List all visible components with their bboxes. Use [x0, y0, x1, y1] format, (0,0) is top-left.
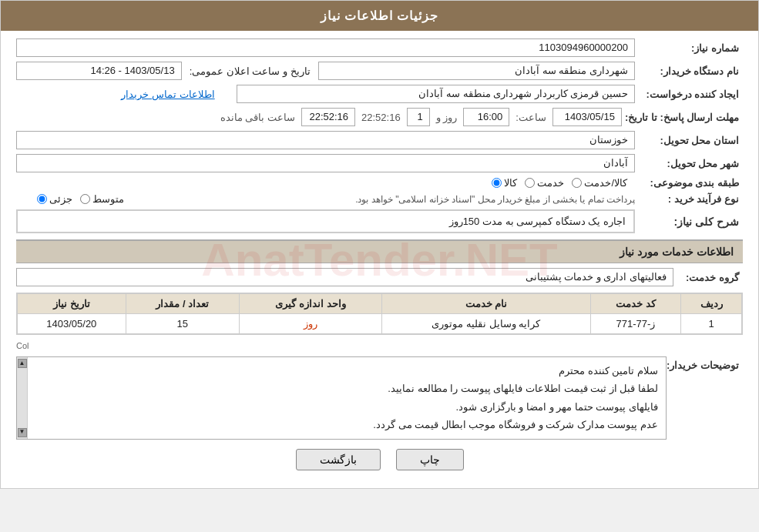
radio-motavaset-label: متوسط	[92, 193, 124, 205]
table-header-row: ردیف کد خدمت نام خدمت واحد اندازه گیری ت…	[18, 294, 742, 314]
radio-jozvi-label: جزئی	[49, 193, 72, 205]
city-value: آبادان	[16, 154, 635, 172]
services-table: ردیف کد خدمت نام خدمت واحد اندازه گیری ت…	[17, 293, 742, 334]
datetime-value: 1403/05/13 - 14:26	[16, 62, 182, 80]
need-number-label: شماره نیاز:	[635, 42, 743, 54]
service-group-label: گروه خدمت:	[673, 272, 743, 283]
proc-type-label: نوع فرآیند خرید :	[635, 193, 743, 205]
col-header-service-code: کد خدمت	[590, 294, 681, 314]
deadline-day-label: روز و	[433, 112, 461, 123]
cell-qty: 15	[126, 314, 239, 334]
creator-value: حسین قرمزی کاربردار شهرداری منطقه سه آبا…	[237, 85, 635, 103]
cell-service-code: ز-77-771	[590, 314, 681, 334]
need-number-row: شماره نیاز: 1103094960000200	[16, 38, 743, 57]
need-desc-value: اجاره یک دستگاه کمپرسی به مدت 150روز	[16, 209, 635, 233]
deadline-remaining: 1	[407, 108, 430, 126]
scroll-down-btn[interactable]: ▼	[18, 428, 27, 437]
cell-date: 1403/05/20	[18, 314, 126, 334]
col-header-service-name: نام خدمت	[382, 294, 590, 314]
datetime-buyer-row: نام دستگاه خریدار: شهرداری منطقه سه آباد…	[16, 62, 743, 80]
contact-link[interactable]: اطلاعات تماس خریدار	[121, 89, 214, 100]
radio-kala[interactable]	[492, 178, 502, 188]
services-section-header: اطلاعات خدمات مورد نیاز	[16, 239, 743, 263]
note-line: سلام تامین کننده محترم	[39, 362, 658, 380]
radio-jozvi[interactable]	[37, 194, 47, 204]
col-header-date: تاریخ نیاز	[18, 294, 126, 314]
proc-type-row: نوع فرآیند خرید : پرداخت تمام یا بخشی از…	[16, 193, 743, 205]
province-label: استان محل تحویل:	[635, 135, 743, 146]
deadline-remaining-label: ساعت باقی مانده	[217, 112, 298, 123]
category-label: طبقه بندی موضوعی:	[635, 177, 743, 189]
buyer-notes-label: توضیحات خریدار:	[667, 356, 743, 371]
need-desc-row: شرح کلی نیاز: اجاره یک دستگاه کمپرسی به …	[16, 209, 743, 233]
buyer-notes-box: ▲ ▼ سلام تامین کننده محترملطفا قبل از ثب…	[16, 356, 667, 440]
service-group-value: فعالیتهای اداری و خدمات پشتیبانی	[16, 268, 673, 286]
radio-khedmat-label: خدمت	[537, 177, 564, 189]
buyer-notes-content: سلام تامین کننده محترملطفا قبل از ثبت قی…	[25, 362, 658, 434]
scroll-bar: ▲ ▼	[17, 357, 28, 439]
buyer-notes-section: توضیحات خریدار: ▲ ▼ سلام تامین کننده محت…	[16, 356, 743, 440]
services-section-title: اطلاعات خدمات مورد نیاز	[620, 246, 734, 258]
col-label: Col	[16, 341, 29, 350]
category-radio-group: کالا/خدمت خدمت کالا	[16, 177, 635, 189]
city-row: شهر محل تحویل: آبادان	[16, 154, 743, 172]
scroll-up-btn[interactable]: ▲	[18, 359, 27, 368]
province-value: خوزستان	[16, 131, 635, 149]
need-desc-label: شرح کلی نیاز:	[635, 216, 743, 228]
deadline-row: مهلت ارسال پاسخ: تا تاریخ: 1403/05/15 سا…	[16, 108, 743, 126]
radio-motavaset-item: متوسط	[80, 193, 124, 205]
radio-kala-label: کالا	[504, 177, 517, 189]
print-button[interactable]: چاپ	[396, 449, 464, 470]
city-label: شهر محل تحویل:	[635, 158, 743, 169]
col-header-qty: تعداد / مقدار	[126, 294, 239, 314]
buyer-org-label: نام دستگاه خریدار:	[635, 65, 743, 77]
deadline-remaining-time: 22:52:16	[358, 112, 404, 123]
deadline-time-label: ساعت:	[512, 112, 549, 123]
datetime-label: تاریخ و ساعت اعلان عمومی:	[182, 65, 318, 77]
col-header-unit: واحد اندازه گیری	[239, 294, 381, 314]
province-row: استان محل تحویل: خوزستان	[16, 131, 743, 149]
radio-kala-item: کالا	[492, 177, 517, 189]
service-group-row: گروه خدمت: فعالیتهای اداری و خدمات پشتیب…	[16, 268, 743, 286]
radio-motavaset[interactable]	[80, 194, 90, 204]
cell-service-name: کرایه وسایل نقلیه موتوری	[382, 314, 590, 334]
radio-jozvi-item: جزئی	[37, 193, 72, 205]
proc-note: پرداخت تمام یا بخشی از مبلغ خریدار محل "…	[139, 194, 635, 205]
col-indicator: Col	[16, 341, 743, 350]
table-row: 1 ز-77-771 کرایه وسایل نقلیه موتوری روز …	[18, 314, 742, 334]
creator-row: ایجاد کننده درخواست: حسین قرمزی کاربردار…	[16, 85, 743, 103]
deadline-time: 16:00	[463, 108, 509, 126]
deadline-date: 1403/05/15	[552, 108, 622, 126]
back-button[interactable]: بازگشت	[296, 449, 381, 470]
buyer-org-value: شهرداری منطقه سه آبادان	[318, 62, 635, 80]
page-title: جزئیات اطلاعات نیاز	[321, 9, 439, 22]
col-header-rownum: ردیف	[681, 294, 742, 314]
radio-khedmat-item: خدمت	[525, 177, 564, 189]
cell-unit: روز	[239, 314, 381, 334]
deadline-label: مهلت ارسال پاسخ: تا تاریخ:	[625, 112, 743, 123]
creator-label: ایجاد کننده درخواست:	[635, 89, 743, 100]
cell-rownum: 1	[681, 314, 742, 334]
note-line: لطفا قبل از ثبت قیمت اطلاعات فایلهای پیو…	[39, 380, 658, 397]
deadline-remaining-clock: 22:52:16	[301, 108, 355, 126]
page-header: جزئیات اطلاعات نیاز	[1, 1, 758, 31]
note-line: فایلهای پیوست حتما مهر و امضا و بارگزاری…	[39, 398, 658, 416]
radio-khedmat[interactable]	[525, 178, 535, 188]
footer-buttons: چاپ بازگشت	[16, 449, 743, 470]
services-table-container: ردیف کد خدمت نام خدمت واحد اندازه گیری ت…	[16, 293, 743, 335]
radio-kala-khedmat-label: کالا/خدمت	[584, 177, 627, 189]
need-number-value: 1103094960000200	[16, 38, 635, 57]
radio-kala-khedmat[interactable]	[572, 178, 582, 188]
note-line: عدم پیوست مدارک شرکت و فروشگاه موجب ابطا…	[39, 416, 658, 433]
proc-radio-group: متوسط جزئی	[16, 193, 132, 205]
category-row: طبقه بندی موضوعی: کالا/خدمت خدمت کالا	[16, 177, 743, 189]
radio-kala-khedmat-item: کالا/خدمت	[572, 177, 627, 189]
